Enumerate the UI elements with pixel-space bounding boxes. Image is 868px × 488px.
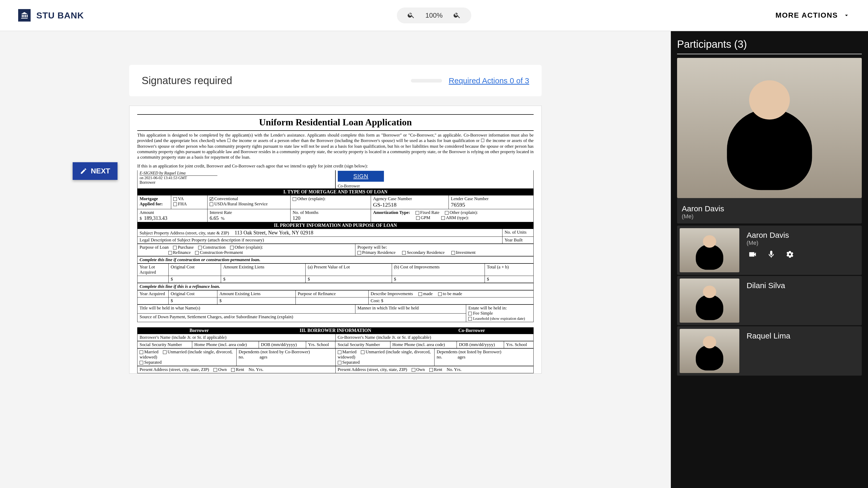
amount-value: 189,313.43 <box>144 215 167 221</box>
next-label: NEXT <box>91 167 110 175</box>
more-actions-button[interactable]: MORE ACTIONS <box>775 11 850 20</box>
chevron-down-icon <box>843 12 850 19</box>
esign-line1: E-SIGNED by Raquel Lima <box>140 171 217 176</box>
participant-me: (Me) <box>747 239 796 246</box>
topbar: STU BANK 100% MORE ACTIONS <box>0 0 868 31</box>
rate-value: 6.65 <box>210 215 219 221</box>
participant-card-large[interactable]: Aaron Davis (Me) <box>677 58 862 224</box>
lender-value: 76595 <box>451 201 465 208</box>
signatures-panel: Signatures required Required Actions 0 o… <box>129 65 541 96</box>
brand: STU BANK <box>18 9 84 22</box>
section-2-bar: II. PROPERTY INFORMATION AND PURPOSE OF … <box>137 222 534 229</box>
section-1-bar: I. TYPE OF MORTGAGE AND TERMS OF LOAN <box>137 189 534 195</box>
participant-card[interactable]: Aaron Davis (Me) <box>677 226 862 275</box>
participants-sidebar: Participants (3) Aaron Davis (Me) Aaron … <box>671 31 868 488</box>
zoom-out-icon <box>407 11 415 19</box>
participants-title: Participants (3) <box>677 38 862 50</box>
zoom-control: 100% <box>397 7 471 23</box>
participant-me: (Me) <box>682 213 857 220</box>
coborrower-label: Co-Borrower <box>338 184 531 189</box>
months-value: 120 <box>292 215 301 221</box>
mortgage-table: Mortgage Applied for: VAFHA Conventional… <box>137 195 534 222</box>
participant-card[interactable]: Dilani Silva <box>677 276 862 325</box>
borrower-label: Borrower <box>140 180 333 185</box>
coborrower-sign-cell: SIGN Co-Borrower <box>335 170 534 189</box>
bank-icon <box>18 9 31 22</box>
mic-icon[interactable] <box>767 250 776 259</box>
video-feed <box>680 228 739 272</box>
joint-credit-text: If this is an application for joint cred… <box>137 164 534 169</box>
more-actions-label: MORE ACTIONS <box>775 11 838 20</box>
zoom-in-icon <box>453 11 461 19</box>
borrower-sign-cell: E-SIGNED by Raquel Lima on 2021-06-02 13… <box>137 170 335 189</box>
signatures-title: Signatures required <box>142 75 232 86</box>
gear-icon[interactable] <box>785 250 794 259</box>
zoom-level: 100% <box>426 11 443 20</box>
participant-name: Dilani Silva <box>747 281 785 290</box>
zoom-out-button[interactable] <box>407 11 415 20</box>
participant-card[interactable]: Raquel Lima <box>677 326 862 376</box>
next-button[interactable]: NEXT <box>73 162 118 180</box>
brand-name: STU BANK <box>36 10 84 21</box>
pencil-icon <box>80 167 87 175</box>
camera-icon[interactable] <box>748 250 757 259</box>
document: Uniform Residential Loan Application Thi… <box>129 106 541 374</box>
participant-name: Raquel Lima <box>747 332 790 340</box>
required-actions-link[interactable]: Required Actions 0 of 3 <box>449 76 529 85</box>
address-value: 113 Oak Street, New York, NY 02918 <box>235 230 313 235</box>
zoom-in-button[interactable] <box>453 11 461 20</box>
esign-line2: on 2021-06-02 13:41:53 GMT <box>140 176 333 180</box>
doc-intro: This application is designed to be compl… <box>137 133 534 160</box>
doc-title: Uniform Residential Loan Application <box>137 117 534 128</box>
sign-button[interactable]: SIGN <box>338 171 384 182</box>
agency-value: GS-12518 <box>373 201 396 208</box>
progress-bar <box>411 79 442 83</box>
video-feed <box>677 58 862 198</box>
main-area: Signatures required Required Actions 0 o… <box>0 31 671 488</box>
video-feed <box>680 279 739 323</box>
participant-name: Aaron Davis <box>747 231 796 239</box>
video-feed <box>680 329 739 373</box>
participant-name: Aaron Davis <box>682 204 857 213</box>
